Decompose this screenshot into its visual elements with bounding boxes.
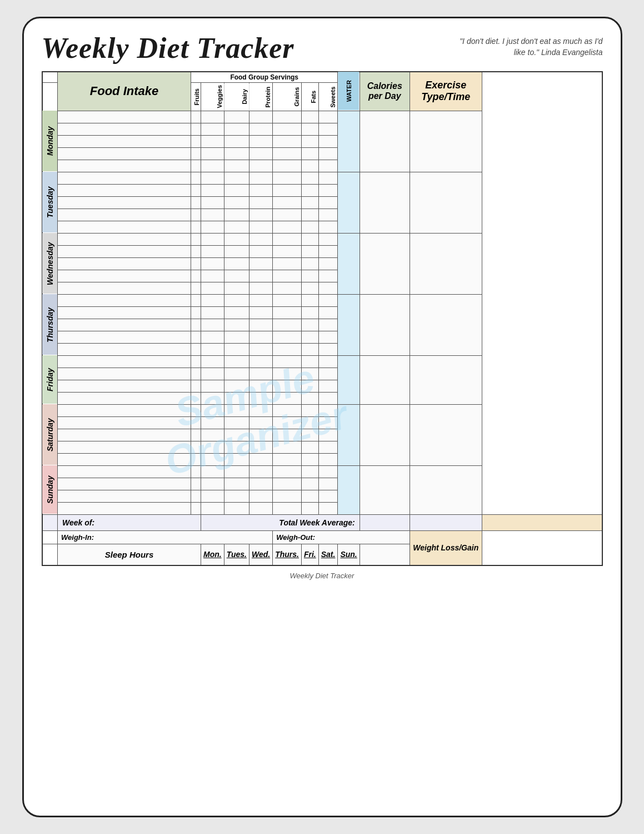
page-quote: "I don't diet. I just don't eat as much … [447,36,603,58]
monday-row-3 [42,135,602,147]
tuesday-row-1: Tuesday [42,172,602,184]
saturday-label: Saturday [42,404,58,465]
sleep-wed[interactable]: Wed. [249,544,272,565]
fats-col-header: Fats [301,83,318,111]
tuesday-label: Tuesday [42,172,58,233]
page-header: Weekly Diet Tracker "I don't diet. I jus… [42,32,603,64]
fruits-col-header: Fruits [191,83,201,111]
sleep-sat[interactable]: Sat. [318,544,338,565]
monday-row-1: Monday [42,111,602,123]
sleep-tues[interactable]: Tues. [224,544,249,565]
water-header: WATER [338,72,360,111]
thursday-row-1: Thursday [42,294,602,306]
weigh-out-label: Weigh-Out: [273,530,410,544]
friday-row-1: Friday [42,355,602,368]
page: Weekly Diet Tracker "I don't diet. I jus… [22,17,622,817]
sweets-col-header: Sweets [318,83,338,111]
weigh-row: Weigh-In: Weigh-Out: Weight Loss/Gain [42,530,602,544]
thursday-label: Thursday [42,294,58,355]
sleep-row: Sleep Hours Mon. Tues. Wed. Thurs. Fri. [42,544,602,565]
sleep-hours-label: Sleep Hours [58,544,201,565]
exercise-header: Exercise Type/Time [410,72,482,111]
page-title: Weekly Diet Tracker [42,32,294,64]
friday-label: Friday [42,355,58,404]
protein-col-header: Protein [249,83,272,111]
monday-row-4 [42,147,602,160]
monday-label: Monday [42,111,58,172]
calories-header: Calories per Day [360,72,410,111]
wednesday-row-1: Wednesday [42,233,602,245]
food-intake-header: Food Intake [58,72,191,111]
weigh-in-label: Weigh-In: [58,530,273,544]
sleep-sun[interactable]: Sun. [338,544,360,565]
grains-col-header: Grains [273,83,302,111]
sunday-row-1: Sunday [42,465,602,478]
sleep-mon[interactable]: Mon. [201,544,224,565]
sleep-thurs[interactable]: Thurs. [273,544,302,565]
food-group-servings-header: Food Group Servings [191,72,338,83]
total-week-average-label: Total Week Average: [201,514,360,530]
sleep-fri[interactable]: Fri. [301,544,318,565]
header-row-1: Food Intake Food Group Servings WATER Ca… [42,72,602,83]
weight-loss-gain-cell: Weight Loss/Gain [410,530,482,565]
monday-row-5 [42,160,602,172]
wednesday-label: Wednesday [42,233,58,294]
tracker-table: Food Intake Food Group Servings WATER Ca… [42,71,603,566]
monday-row-2 [42,123,602,135]
sunday-label: Sunday [42,465,58,514]
total-row: Week of: Total Week Average: [42,514,602,530]
week-of-label: Week of: [58,514,201,530]
saturday-row-1: Saturday [42,404,602,416]
veggies-col-header: Veggies [201,83,224,111]
dairy-col-header: Dairy [224,83,249,111]
footer-text: Weekly Diet Tracker [42,572,603,580]
